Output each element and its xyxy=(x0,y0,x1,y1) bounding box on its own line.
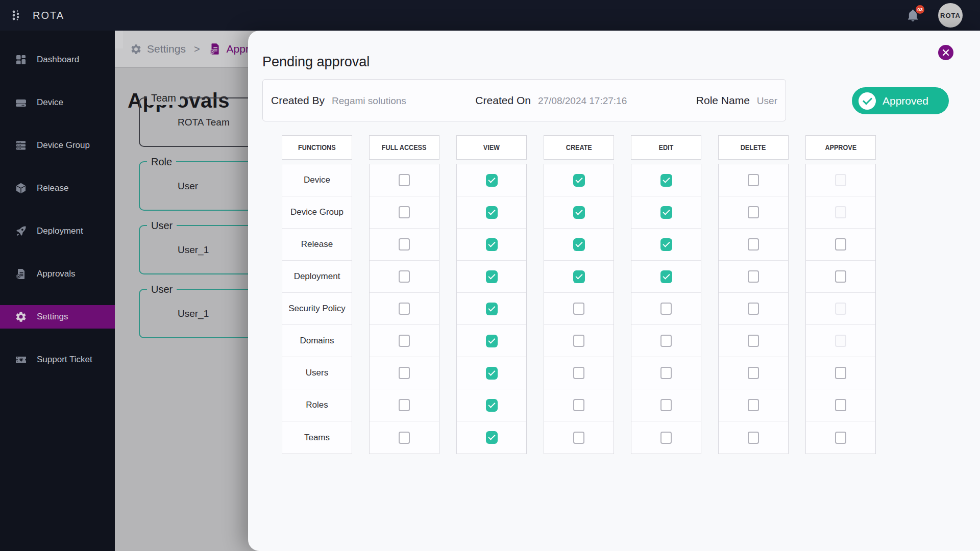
breadcrumb-item-settings[interactable]: Settings xyxy=(147,43,186,55)
column-header-delete: DELETE xyxy=(718,135,789,160)
cell-edit-roles xyxy=(631,389,701,421)
app-name: ROTA xyxy=(33,10,64,21)
function-label: Device xyxy=(304,175,330,185)
sidebar-item-support-ticket[interactable]: Support Ticket xyxy=(0,348,115,371)
checkbox-full_access-device[interactable] xyxy=(399,174,410,186)
card-value: ROTA Team xyxy=(178,117,230,128)
cell-delete-domains xyxy=(719,325,788,357)
close-button[interactable] xyxy=(938,45,953,60)
checkbox-create-device[interactable] xyxy=(573,174,585,187)
column-header-create: CREATE xyxy=(544,135,614,160)
checkbox-approve-roles[interactable] xyxy=(835,399,846,411)
cell-approve-device xyxy=(806,164,875,196)
app-logo[interactable]: ROTA xyxy=(0,9,64,22)
sidebar-item-deployment[interactable]: Deployment xyxy=(0,219,115,243)
checkbox-delete-security-policy[interactable] xyxy=(748,303,759,315)
checkbox-edit-domains[interactable] xyxy=(660,335,672,347)
checkbox-approve-users[interactable] xyxy=(835,367,846,379)
checkbox-edit-device-group[interactable] xyxy=(660,206,672,219)
checkbox-create-security-policy[interactable] xyxy=(573,303,584,315)
card-label: Team xyxy=(147,91,180,105)
checkbox-edit-users[interactable] xyxy=(660,367,672,379)
dashboard-icon xyxy=(14,53,28,66)
checkbox-delete-deployment[interactable] xyxy=(748,270,759,283)
sidebar-item-device-group[interactable]: Device Group xyxy=(0,134,115,157)
close-icon xyxy=(942,49,949,56)
checkbox-full_access-roles[interactable] xyxy=(399,399,410,411)
checkbox-delete-users[interactable] xyxy=(748,367,759,379)
checkbox-create-release[interactable] xyxy=(573,238,585,251)
cell-delete-teams xyxy=(719,421,788,454)
column-header-edit: EDIT xyxy=(631,135,701,160)
checkbox-view-device[interactable] xyxy=(486,174,498,187)
checkbox-edit-device[interactable] xyxy=(660,174,672,187)
approved-status-button[interactable]: Approved xyxy=(852,87,949,114)
checkbox-approve-deployment[interactable] xyxy=(835,270,846,283)
checkbox-full_access-domains[interactable] xyxy=(399,335,410,347)
settings-icon xyxy=(14,310,28,323)
cell-edit-users xyxy=(631,357,701,389)
checkbox-full_access-deployment[interactable] xyxy=(399,270,410,283)
checkbox-view-roles[interactable] xyxy=(486,399,498,412)
cell-create-deployment xyxy=(544,261,614,293)
checkbox-view-device-group[interactable] xyxy=(486,206,498,219)
checkbox-approve-device-group xyxy=(835,206,846,218)
column-header-view: VIEW xyxy=(456,135,527,160)
sidebar-item-label: Settings xyxy=(37,312,68,322)
checkbox-view-release[interactable] xyxy=(486,238,498,251)
cell-view-users xyxy=(457,357,526,389)
sidebar-item-settings[interactable]: Settings xyxy=(0,305,115,329)
sidebar-item-label: Deployment xyxy=(37,226,83,236)
device-icon xyxy=(14,96,28,109)
checkbox-view-teams[interactable] xyxy=(486,431,498,444)
checkbox-delete-device[interactable] xyxy=(748,174,759,186)
checkbox-view-users[interactable] xyxy=(486,367,498,380)
role-name-value: User xyxy=(757,95,777,107)
checkbox-full_access-security-policy[interactable] xyxy=(399,303,410,315)
device-group-icon xyxy=(14,139,28,152)
checkbox-delete-teams[interactable] xyxy=(748,432,759,444)
sidebar-item-label: Dashboard xyxy=(37,55,79,65)
checkbox-edit-teams[interactable] xyxy=(660,432,672,444)
notifications-button[interactable]: 03 xyxy=(906,9,920,22)
checkbox-edit-roles[interactable] xyxy=(660,399,672,411)
avatar[interactable]: ROTA xyxy=(938,3,963,28)
cell-full_access-teams xyxy=(370,421,439,454)
column-full_access: FULL ACCESS xyxy=(369,135,439,454)
sidebar-item-device[interactable]: Device xyxy=(0,91,115,114)
sidebar-item-release[interactable]: Release xyxy=(0,177,115,200)
checkbox-edit-release[interactable] xyxy=(660,238,672,251)
checkbox-delete-release[interactable] xyxy=(748,238,759,251)
checkbox-approve-device xyxy=(835,174,846,186)
checkbox-view-domains[interactable] xyxy=(486,335,498,347)
checkbox-full_access-teams[interactable] xyxy=(399,432,410,444)
checkbox-delete-domains[interactable] xyxy=(748,335,759,347)
checkbox-edit-deployment[interactable] xyxy=(660,270,672,283)
checkbox-create-teams[interactable] xyxy=(573,432,584,444)
checkbox-full_access-device-group[interactable] xyxy=(399,206,410,218)
checkbox-view-security-policy[interactable] xyxy=(486,303,498,315)
checkbox-create-domains[interactable] xyxy=(573,335,584,347)
checkbox-create-roles[interactable] xyxy=(573,399,584,411)
column-approve: APPROVE xyxy=(805,135,876,454)
checkbox-approve-teams[interactable] xyxy=(835,432,846,444)
checkbox-full_access-users[interactable] xyxy=(399,367,410,379)
checkbox-delete-roles[interactable] xyxy=(748,399,759,411)
approvals-icon xyxy=(14,267,28,281)
function-label: Domains xyxy=(300,336,334,346)
checkbox-delete-device-group[interactable] xyxy=(748,206,759,218)
sidebar-item-approvals[interactable]: Approvals xyxy=(0,262,115,286)
column-body-view xyxy=(456,164,527,454)
checkbox-edit-security-policy[interactable] xyxy=(660,303,672,315)
function-cell-device-group: Device Group xyxy=(282,196,352,229)
checkbox-create-device-group[interactable] xyxy=(573,206,585,219)
cell-view-teams xyxy=(457,421,526,454)
function-cell-users: Users xyxy=(282,357,352,389)
checkbox-full_access-release[interactable] xyxy=(399,238,410,251)
sidebar-item-label: Release xyxy=(37,183,68,193)
checkbox-approve-release[interactable] xyxy=(835,238,846,251)
checkbox-create-users[interactable] xyxy=(573,367,584,379)
checkbox-view-deployment[interactable] xyxy=(486,270,498,283)
checkbox-create-deployment[interactable] xyxy=(573,270,585,283)
sidebar-item-dashboard[interactable]: Dashboard xyxy=(0,48,115,71)
